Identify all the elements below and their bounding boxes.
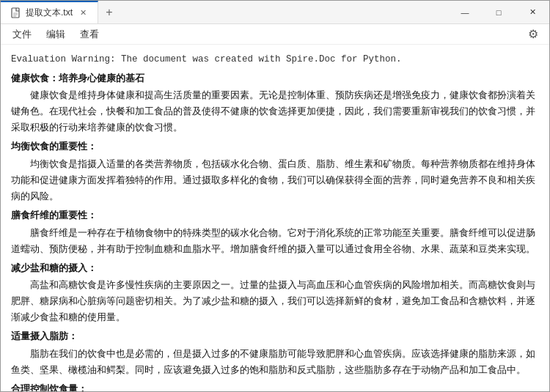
section-1-title: 均衡饮食的重要性： [11, 138, 539, 154]
menu-edit[interactable]: 编辑 [40, 26, 71, 43]
title-bar-left: 提取文本.txt ✕ + [1, 1, 448, 23]
section-4: 适量摄入脂肪： 脂肪在我们的饮食中也是必需的，但是摄入过多的不健康脂肪可能导致肥… [11, 328, 539, 378]
eval-warning: Evaluation Warning: The document was cre… [11, 52, 539, 67]
file-icon [10, 7, 21, 19]
main-window: 提取文本.txt ✕ + — □ ✕ 文件 编辑 查看 ⚙ Evaluation… [0, 0, 550, 392]
close-button[interactable]: ✕ [516, 1, 549, 24]
section-5-title: 合理控制饮食量： [11, 381, 539, 391]
section-2: 膳食纤维的重要性： 膳食纤维是一种存在于植物食物中的特殊类型的碳水化合物。它对于… [11, 207, 539, 257]
title-bar: 提取文本.txt ✕ + — □ ✕ [1, 1, 549, 24]
maximize-button[interactable]: □ [482, 1, 516, 24]
tab-title: 提取文本.txt [26, 7, 73, 19]
section-5: 合理控制饮食量： 除了选择健康的食物，合理的饮食量也是至关重要的。过量摄入会导致… [11, 381, 539, 391]
section-1-body: 均衡饮食是指摄入适量的各类营养物质，包括碳水化合物、蛋白质、脂肪、维生素和矿物质… [11, 156, 539, 204]
menu-view[interactable]: 查看 [74, 26, 105, 43]
settings-icon[interactable]: ⚙ [523, 24, 543, 45]
section-0-title: 健康饮食：培养身心健康的基石 [11, 70, 539, 86]
new-tab-button[interactable]: + [98, 1, 120, 23]
menu-bar: 文件 编辑 查看 ⚙ [1, 24, 549, 45]
menu-file[interactable]: 文件 [7, 26, 37, 43]
menu-items: 文件 编辑 查看 [7, 26, 105, 43]
active-tab[interactable]: 提取文本.txt ✕ [1, 1, 98, 23]
section-2-body: 膳食纤维是一种存在于植物食物中的特殊类型的碳水化合物。它对于消化系统的正常功能至… [11, 225, 539, 257]
minimize-button[interactable]: — [448, 1, 482, 24]
section-4-body: 脂肪在我们的饮食中也是必需的，但是摄入过多的不健康脂肪可能导致肥胖和心血管疾病。… [11, 346, 539, 378]
section-3-title: 减少盐和糖的摄入： [11, 260, 539, 275]
section-3: 减少盐和糖的摄入： 高盐和高糖饮食是许多慢性疾病的主要原因之一。过量的盐摄入与高… [11, 260, 539, 326]
section-3-body: 高盐和高糖饮食是许多慢性疾病的主要原因之一。过量的盐摄入与高血压和心血管疾病的风… [11, 277, 539, 325]
content-area[interactable]: Evaluation Warning: The document was cre… [1, 45, 549, 391]
section-1: 均衡饮食的重要性： 均衡饮食是指摄入适量的各类营养物质，包括碳水化合物、蛋白质、… [11, 138, 539, 204]
section-0-body: 健康饮食是维持身体健康和提高生活质量的重要因素。无论是控制体重、预防疾病还是增强… [11, 87, 539, 136]
tab-close-button[interactable]: ✕ [77, 7, 89, 19]
section-0: 健康饮食：培养身心健康的基石 健康饮食是维持身体健康和提高生活质量的重要因素。无… [11, 70, 539, 136]
window-controls: — □ ✕ [448, 1, 549, 23]
section-4-title: 适量摄入脂肪： [11, 328, 539, 344]
section-2-title: 膳食纤维的重要性： [11, 207, 539, 223]
